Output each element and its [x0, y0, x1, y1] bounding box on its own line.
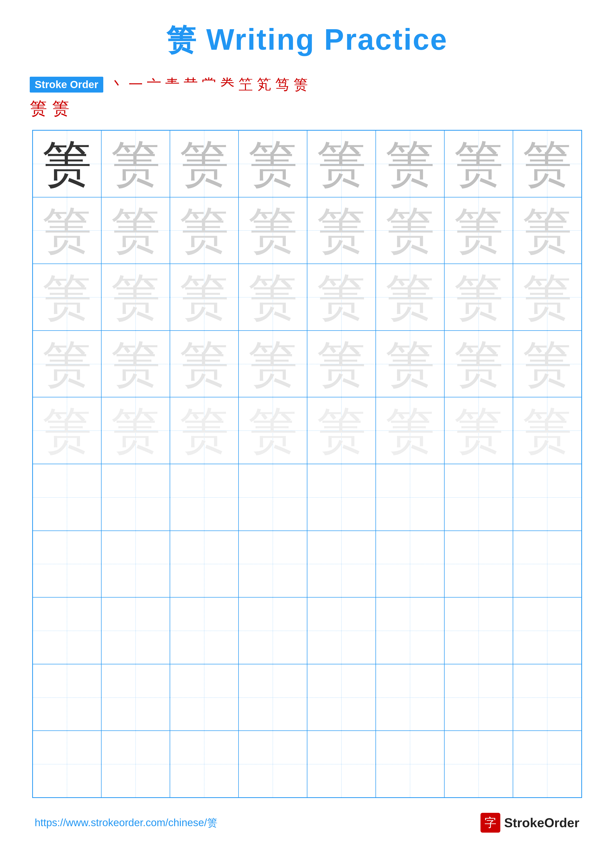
grid-cell-r6c7[interactable] [445, 464, 513, 531]
grid-cell-r10c7[interactable] [445, 731, 513, 797]
practice-char: 箦 [248, 406, 297, 455]
grid-cell-r3c5[interactable]: 箦 [307, 264, 376, 330]
stroke-2: 一 [129, 75, 143, 94]
grid-cell-r9c8[interactable] [513, 664, 581, 731]
grid-cell-r5c5[interactable]: 箦 [307, 397, 376, 464]
grid-cell-r6c5[interactable] [307, 464, 376, 531]
grid-cell-r2c5[interactable]: 箦 [307, 197, 376, 264]
grid-cell-r2c2[interactable]: 箦 [101, 197, 170, 264]
grid-cell-r2c8[interactable]: 箦 [513, 197, 581, 264]
grid-cell-r6c4[interactable] [238, 464, 307, 531]
grid-cell-r10c8[interactable] [513, 731, 581, 797]
grid-cell-r10c1[interactable] [33, 731, 101, 797]
practice-char: 箦 [179, 273, 229, 322]
grid-cell-r4c6[interactable]: 箦 [376, 330, 445, 397]
grid-cell-r3c7[interactable]: 箦 [445, 264, 513, 330]
grid-cell-r1c1[interactable]: 箦 [33, 130, 101, 197]
grid-cell-r1c3[interactable]: 箦 [170, 130, 238, 197]
grid-cell-r10c3[interactable] [170, 731, 238, 797]
stroke-6: 龸 [202, 75, 216, 94]
practice-char: 箦 [454, 206, 503, 255]
grid-cell-r8c1[interactable] [33, 597, 101, 664]
grid-cell-r2c1[interactable]: 箦 [33, 197, 101, 264]
grid-cell-r4c7[interactable]: 箦 [445, 330, 513, 397]
grid-cell-r9c2[interactable] [101, 664, 170, 731]
grid-cell-r4c4[interactable]: 箦 [238, 330, 307, 397]
grid-cell-r4c2[interactable]: 箦 [101, 330, 170, 397]
grid-cell-r2c6[interactable]: 箦 [376, 197, 445, 264]
grid-cell-r2c3[interactable]: 箦 [170, 197, 238, 264]
practice-char: 箦 [385, 139, 435, 189]
grid-cell-r7c5[interactable] [307, 531, 376, 598]
grid-cell-r6c3[interactable] [170, 464, 238, 531]
brand-name: StrokeOrder [504, 815, 579, 830]
grid-cell-r4c3[interactable]: 箦 [170, 330, 238, 397]
grid-cell-r8c7[interactable] [445, 597, 513, 664]
grid-cell-r9c1[interactable] [33, 664, 101, 731]
grid-cell-r6c1[interactable] [33, 464, 101, 531]
grid-cell-r3c4[interactable]: 箦 [238, 264, 307, 330]
grid-cell-r3c6[interactable]: 箦 [376, 264, 445, 330]
grid-cell-r9c3[interactable] [170, 664, 238, 731]
grid-cell-r7c2[interactable] [101, 531, 170, 598]
grid-cell-r7c3[interactable] [170, 531, 238, 598]
practice-char: 箦 [179, 339, 229, 389]
grid-cell-r6c2[interactable] [101, 464, 170, 531]
grid-cell-r9c6[interactable] [376, 664, 445, 731]
stroke-chars: 丶 一 亠 龶 龷 龸 龹 笁 笂 笃 箦 [108, 75, 310, 94]
grid-cell-r10c4[interactable] [238, 731, 307, 797]
grid-cell-r9c7[interactable] [445, 664, 513, 731]
practice-char: 箦 [248, 206, 297, 255]
grid-cell-r8c3[interactable] [170, 597, 238, 664]
grid-cell-r8c6[interactable] [376, 597, 445, 664]
grid-cell-r6c6[interactable] [376, 464, 445, 531]
grid-cell-r5c8[interactable]: 箦 [513, 397, 581, 464]
grid-cell-r8c5[interactable] [307, 597, 376, 664]
grid-cell-r5c1[interactable]: 箦 [33, 397, 101, 464]
grid-cell-r7c1[interactable] [33, 531, 101, 598]
grid-cell-r2c4[interactable]: 箦 [238, 197, 307, 264]
practice-char: 箦 [454, 406, 503, 455]
grid-cell-r9c4[interactable] [238, 664, 307, 731]
grid-cell-r10c2[interactable] [101, 731, 170, 797]
grid-cell-r1c5[interactable]: 箦 [307, 130, 376, 197]
grid-cell-r8c4[interactable] [238, 597, 307, 664]
grid-cell-r1c7[interactable]: 箦 [445, 130, 513, 197]
grid-cell-r5c7[interactable]: 箦 [445, 397, 513, 464]
grid-cell-r10c5[interactable] [307, 731, 376, 797]
grid-cell-r9c5[interactable] [307, 664, 376, 731]
grid-cell-r1c4[interactable]: 箦 [238, 130, 307, 197]
grid-cell-r10c6[interactable] [376, 731, 445, 797]
grid-cell-r1c6[interactable]: 箦 [376, 130, 445, 197]
grid-cell-r5c6[interactable]: 箦 [376, 397, 445, 464]
practice-char: 箦 [522, 406, 572, 455]
stroke-7: 龹 [220, 75, 235, 94]
grid-cell-r7c6[interactable] [376, 531, 445, 598]
grid-cell-r5c4[interactable]: 箦 [238, 397, 307, 464]
grid-cell-r1c8[interactable]: 箦 [513, 130, 581, 197]
grid-cell-r5c3[interactable]: 箦 [170, 397, 238, 464]
stroke-11: 箦 [294, 75, 308, 94]
grid-cell-r3c8[interactable]: 箦 [513, 264, 581, 330]
grid-cell-r7c8[interactable] [513, 531, 581, 598]
stroke-order-row: Stroke Order 丶 一 亠 龶 龷 龸 龹 笁 笂 笃 箦 [30, 75, 584, 94]
practice-char: 箦 [317, 139, 366, 189]
grid-cell-r4c8[interactable]: 箦 [513, 330, 581, 397]
grid-cell-r1c2[interactable]: 箦 [101, 130, 170, 197]
grid-cell-r4c1[interactable]: 箦 [33, 330, 101, 397]
grid-cell-r3c3[interactable]: 箦 [170, 264, 238, 330]
grid-cell-r6c8[interactable] [513, 464, 581, 531]
grid-cell-r3c1[interactable]: 箦 [33, 264, 101, 330]
practice-char: 箦 [317, 339, 366, 389]
grid-cell-r5c2[interactable]: 箦 [101, 397, 170, 464]
grid-cell-r7c7[interactable] [445, 531, 513, 598]
grid-cell-r3c2[interactable]: 箦 [101, 264, 170, 330]
grid-cell-r8c8[interactable] [513, 597, 581, 664]
grid-cell-r2c7[interactable]: 箦 [445, 197, 513, 264]
practice-char: 箦 [385, 273, 435, 322]
page-title: 箦 Writing Practice [166, 20, 448, 60]
grid-cell-r4c5[interactable]: 箦 [307, 330, 376, 397]
stroke-3: 亠 [147, 75, 161, 94]
grid-cell-r8c2[interactable] [101, 597, 170, 664]
grid-cell-r7c4[interactable] [238, 531, 307, 598]
